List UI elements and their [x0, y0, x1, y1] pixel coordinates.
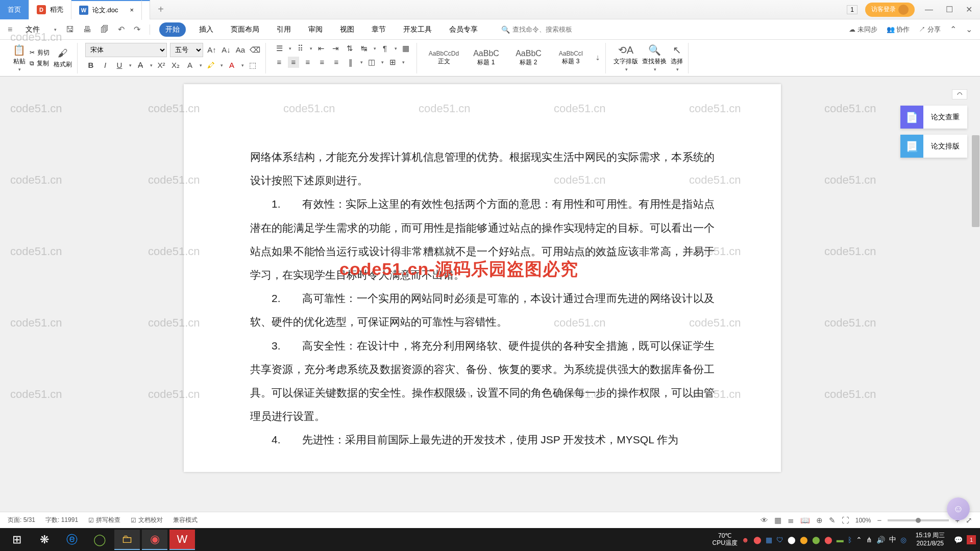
undo-icon[interactable]: ↶	[118, 24, 125, 34]
task-app-2[interactable]: ◉	[142, 530, 167, 550]
vertical-scrollbar[interactable]	[971, 77, 980, 528]
maximize-icon[interactable]: ☐	[943, 5, 955, 14]
decrease-font-icon[interactable]: A↓	[220, 44, 232, 56]
expand-ribbon-icon[interactable]: ⌄	[966, 24, 972, 34]
borders-icon[interactable]: ▦	[400, 43, 411, 54]
menu-chapter[interactable]: 章节	[368, 22, 390, 37]
subscript-button[interactable]: X₂	[170, 60, 181, 71]
copy-button[interactable]: ⧉ 复制	[30, 59, 50, 68]
menu-file[interactable]: 文件	[21, 22, 44, 37]
close-window-icon[interactable]: ✕	[963, 5, 975, 14]
sync-status[interactable]: ☁ 未同步	[849, 25, 877, 34]
zoom-slider[interactable]	[888, 519, 949, 521]
tray-icon[interactable]: ⬤	[788, 536, 796, 544]
font-size-select[interactable]: 五号	[170, 43, 203, 57]
para-border-icon[interactable]: ⊞	[387, 57, 398, 68]
tray-icon[interactable]: ☻	[742, 536, 749, 544]
show-marks-icon[interactable]: ¶	[379, 43, 390, 54]
paper-check-button[interactable]: 📄 论文查重	[900, 106, 967, 129]
read-view-icon[interactable]: 📖	[800, 516, 810, 525]
bluetooth-icon[interactable]: ᛒ	[848, 536, 852, 544]
format-brush-button[interactable]: 🖌 格式刷	[54, 47, 72, 69]
style-body[interactable]: AaBbCcDd正文	[425, 44, 463, 72]
hamburger-icon[interactable]: ≡	[8, 25, 12, 34]
volume-icon[interactable]: 🔊	[876, 536, 885, 544]
tab-icon[interactable]: ↹	[358, 43, 370, 54]
line-spacing-icon[interactable]: ‖	[345, 57, 356, 68]
tray-icon[interactable]: ⬤	[753, 536, 762, 544]
close-icon[interactable]: ×	[122, 1, 142, 20]
task-explorer[interactable]: 🗀	[114, 530, 140, 550]
font-color-icon[interactable]: A	[226, 60, 237, 71]
document-proof[interactable]: ☑ 文档校对	[131, 516, 163, 524]
highlight-color-icon[interactable]: 🖍	[205, 60, 216, 71]
font-name-select[interactable]: 宋体	[85, 43, 167, 57]
zoom-handle[interactable]	[916, 518, 921, 523]
menu-view[interactable]: 视图	[336, 22, 358, 37]
italic-button[interactable]: I	[100, 60, 111, 71]
menu-review[interactable]: 审阅	[304, 22, 327, 37]
increase-indent-icon[interactable]: ⇥	[330, 43, 341, 54]
style-h2[interactable]: AaBbC标题 2	[509, 44, 548, 72]
style-h3[interactable]: AaBbCcI标题 3	[552, 44, 590, 72]
menu-reference[interactable]: 引用	[273, 22, 295, 37]
tray-icon[interactable]: ▦	[766, 536, 772, 544]
bold-button[interactable]: B	[85, 60, 96, 71]
zoom-level[interactable]: 100%	[855, 517, 871, 524]
task-wps[interactable]: W	[169, 530, 195, 550]
word-count[interactable]: 字数: 11991	[45, 516, 78, 524]
align-right-icon[interactable]: ≡	[302, 57, 313, 68]
fullscreen-icon[interactable]: ⤢	[966, 516, 972, 525]
text-layout-button[interactable]: ⟲A文字排版▾	[614, 44, 638, 72]
select-button[interactable]: ↖选择▾	[671, 44, 683, 72]
task-browser[interactable]: ◯	[87, 530, 112, 550]
underline-button[interactable]: U	[114, 60, 125, 71]
minimize-icon[interactable]: —	[922, 5, 936, 14]
print-preview-icon[interactable]: 🗐	[101, 25, 109, 34]
styles-more-icon[interactable]: ⇣	[595, 55, 600, 62]
sort-icon[interactable]: ⇅	[344, 43, 355, 54]
menu-vip[interactable]: 会员专享	[445, 22, 482, 37]
page-view-icon[interactable]: ▦	[774, 516, 781, 525]
window-count[interactable]: 1	[847, 5, 857, 14]
wifi-icon[interactable]: ⋔	[866, 536, 872, 544]
superscript-button[interactable]: X²	[156, 60, 167, 71]
change-case-icon[interactable]: Aa	[235, 44, 246, 56]
increase-font-icon[interactable]: A↑	[206, 44, 217, 56]
find-replace-button[interactable]: 🔍查找替换▾	[642, 44, 667, 72]
cut-button[interactable]: ✂ 剪切	[30, 48, 50, 57]
ime-icon[interactable]: 中	[889, 535, 896, 544]
add-tab-button[interactable]: +	[150, 4, 172, 15]
menu-insert[interactable]: 插入	[195, 22, 217, 37]
side-toggle-icon[interactable]: ◠	[952, 89, 967, 99]
char-border-icon[interactable]: ⬚	[247, 60, 258, 71]
tab-daoke[interactable]: D 稻壳	[29, 0, 71, 19]
search-input[interactable]	[512, 26, 594, 33]
tray-icon[interactable]: ◎	[900, 536, 906, 544]
edit-icon[interactable]: ✎	[829, 516, 836, 525]
document-page[interactable]: 网络体系结构，才能充分发挥计算机信息管理的优势。根据现实生活中网民的实际需求，本…	[184, 84, 781, 472]
tray-icon[interactable]: ⬤	[812, 536, 820, 544]
fit-page-icon[interactable]: ⛶	[842, 516, 849, 524]
web-view-icon[interactable]: ⊕	[816, 516, 823, 525]
menu-dev-tools[interactable]: 开发工具	[399, 22, 436, 37]
task-ie[interactable]: ⓔ	[59, 530, 85, 550]
coop-button[interactable]: 👥 协作	[887, 25, 910, 34]
cpu-temp[interactable]: 70℃CPU温度	[713, 533, 738, 546]
spell-check[interactable]: ☑ 拼写检查	[88, 516, 120, 524]
print-icon[interactable]: 🖶	[83, 25, 91, 34]
notification-badge[interactable]: 1	[967, 535, 976, 544]
align-center-icon[interactable]: ≡	[288, 57, 299, 68]
login-button[interactable]: 访客登录	[865, 3, 915, 17]
command-search[interactable]: 🔍	[501, 26, 594, 34]
text-effects-icon[interactable]: A	[184, 60, 195, 71]
paper-layout-button[interactable]: 📃 论文排版	[900, 135, 967, 158]
action-center-icon[interactable]: 💬	[954, 536, 963, 544]
tray-icon[interactable]: ⬤	[824, 536, 832, 544]
tab-document[interactable]: W 论文.doc ×	[71, 0, 150, 19]
zoom-out-icon[interactable]: −	[877, 516, 881, 524]
page-indicator[interactable]: 页面: 5/31	[8, 516, 35, 524]
tray-icon[interactable]: ▬	[837, 536, 844, 544]
clock[interactable]: 15:19 周三2021/8/25	[916, 532, 945, 547]
style-h1[interactable]: AaBbC标题 1	[467, 44, 505, 72]
